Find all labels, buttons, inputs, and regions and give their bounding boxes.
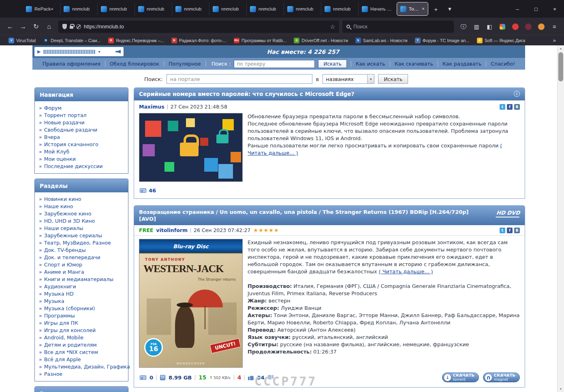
sidebar-link[interactable]: »Наше кино <box>39 203 124 210</box>
url-text[interactable]: https://nnmclub.to <box>84 24 327 30</box>
browser-tab[interactable]: nnmclub <box>321 2 358 15</box>
browser-tab[interactable]: Начать н... <box>358 2 395 15</box>
sidebar-link-label[interactable]: Док. TV-бренды <box>44 247 86 254</box>
sidebar-link-label[interactable]: Вчера <box>44 134 60 141</box>
sidebar-link[interactable]: »Последние дискуссии <box>39 163 124 170</box>
volume-icon[interactable] <box>115 50 121 53</box>
scrollbar-thumb[interactable] <box>558 52 563 81</box>
sidebar-link-label[interactable]: Музыка <box>44 298 64 305</box>
permissions-icon[interactable] <box>76 24 81 29</box>
sidebar-link-label[interactable]: Игры для консолей <box>44 327 96 334</box>
sidebar-link[interactable]: »Программы <box>39 312 124 320</box>
tab-list-icon[interactable]: ▾ <box>444 3 455 15</box>
share-icon[interactable]: t <box>500 104 505 110</box>
browser-tab[interactable]: nnmclub <box>284 2 321 15</box>
info-icon[interactable]: i <box>514 91 520 97</box>
sidebar-link-label[interactable]: Всё для Apple <box>44 356 81 363</box>
share-icon[interactable]: B <box>514 104 520 110</box>
play-icon[interactable]: ▶ <box>37 49 41 54</box>
sidebar-link-label[interactable]: Аудиокниги <box>44 283 76 290</box>
menu-link[interactable]: Как скачивать <box>390 61 438 67</box>
sidebar-link[interactable]: »Мой Клуб <box>39 148 124 156</box>
sidebar-link[interactable]: »Торрент портал <box>39 112 124 119</box>
menu-link[interactable]: Популярное <box>164 61 205 67</box>
sidebar-link[interactable]: »Разное <box>39 371 124 378</box>
sidebar-link[interactable]: »Мои оценки <box>39 156 124 163</box>
sidebar-link-label[interactable]: Все для *NIX систем <box>44 349 98 356</box>
sidebar-link[interactable]: »Новые раздачи <box>39 119 124 126</box>
sidebar-link[interactable]: »Детям и родителям <box>39 341 124 349</box>
sidebar-link-label[interactable]: Форум <box>44 104 62 112</box>
scroll-down-icon[interactable]: ▼ <box>558 386 564 392</box>
sidebar-link[interactable]: »Новинки кино <box>39 196 124 203</box>
sidebar-link-label[interactable]: Новинки кино <box>44 196 81 203</box>
browser-tab[interactable]: nnmclub <box>172 2 209 15</box>
sidebar-link-label[interactable]: Торрент портал <box>44 112 87 119</box>
sidebar-link-label[interactable]: История скачанного <box>44 141 98 148</box>
maximize-icon[interactable]: □ <box>527 0 545 18</box>
reload-icon[interactable]: ↻ <box>30 21 42 33</box>
menu-link[interactable]: Обход блокировок <box>105 61 164 67</box>
chevron-down-icon[interactable]: ▾ <box>98 49 100 54</box>
profile-icon[interactable] <box>523 21 534 32</box>
portal-search-input[interactable] <box>167 74 312 84</box>
browser-tab[interactable]: nnmclub <box>209 2 246 15</box>
sidebar-link-label[interactable]: Музыка (сборники) <box>44 305 95 312</box>
comments-count[interactable]: 46 <box>149 187 156 194</box>
news-title[interactable]: Серийные номера вместо паролей: что случ… <box>134 88 525 100</box>
sidebar-link-label[interactable]: Разное <box>44 371 62 378</box>
menu-link[interactable]: Правила оформления <box>38 61 105 67</box>
release-title[interactable]: Возвращение странника / Un uomo, un cava… <box>134 206 525 225</box>
sidebar-link-label[interactable]: Мои оценки <box>44 156 76 163</box>
close-icon[interactable]: × <box>545 0 564 18</box>
sidebar-icon[interactable]: ◧ <box>484 21 495 32</box>
bookmark-item[interactable]: RU Программы от Ratib... <box>231 36 289 45</box>
menu-link[interactable]: Спасибо! <box>486 61 519 67</box>
bookmark-item[interactable]: V VirusTotal <box>6 36 38 45</box>
new-tab-button[interactable]: + <box>430 3 442 15</box>
sidebar-link-label[interactable]: Наши сериалы <box>44 225 83 232</box>
sidebar-link-label[interactable]: Аниме и Манга <box>44 268 84 276</box>
sidebar-link[interactable]: »Android, Mobile <box>39 334 124 341</box>
sidebar-link[interactable]: »Мультимедиа, Дизайн, Графика <box>39 363 124 371</box>
sidebar-link-label[interactable]: Android, Mobile <box>44 334 83 341</box>
thumbs-up-icon[interactable] <box>248 375 254 380</box>
sidebar-link-label[interactable]: Книги и медиаматериалы <box>44 276 113 283</box>
sidebar-link[interactable]: »Всё для Apple <box>39 356 124 363</box>
tab-close-icon[interactable]: × <box>422 6 425 12</box>
sidebar-link-label[interactable]: Театр, МузВидео, Разное <box>44 239 111 247</box>
chevron-down-icon[interactable]: ▾ <box>367 75 374 83</box>
browser-tab[interactable]: nnmclub <box>135 2 172 15</box>
sidebar-link-label[interactable]: Зарубежное кино <box>44 210 92 217</box>
author-link[interactable]: Maximus <box>139 104 164 110</box>
search-scope-select[interactable]: названиях ▾ <box>323 74 374 84</box>
sidebar-link[interactable]: »Форум <box>39 104 124 112</box>
url-bar[interactable]: https://nnmclub.to ☆ <box>58 21 339 33</box>
sidebar-link[interactable]: »Все для *NIX систем <box>39 349 124 356</box>
audio-player[interactable]: ▶ ▾ <box>34 47 124 57</box>
share-icon[interactable]: f <box>507 228 513 233</box>
bookmark-item[interactable]: Я Soft — Яндекс.Диск <box>474 36 528 45</box>
sidebar-link[interactable]: »Аудиокниги <box>39 283 124 290</box>
sidebar-link[interactable]: »Игры для ПК <box>39 320 124 327</box>
portal-search-button[interactable]: Искать <box>378 74 408 84</box>
bookmark-item[interactable]: D DriverOff.net - Новости <box>291 36 351 45</box>
menu-icon[interactable]: ≡ <box>549 21 560 32</box>
browser-search-field[interactable]: Поиск <box>342 21 454 33</box>
forward-icon[interactable]: → <box>17 21 29 33</box>
tracker-search-input[interactable] <box>234 60 315 68</box>
sidebar-link-label[interactable]: Док. и телепередачи <box>44 254 100 261</box>
library-icon[interactable]: ▥ <box>471 21 482 32</box>
lock-icon[interactable] <box>70 26 73 29</box>
sidebar-link-label[interactable]: Зарубежные сериалы <box>44 232 103 239</box>
sidebar-link[interactable]: »История скачанного <box>39 141 124 148</box>
sidebar-link-label[interactable]: Последние дискуссии <box>44 163 103 170</box>
sidebar-link-label[interactable]: Игры для ПК <box>44 320 78 327</box>
menu-link[interactable]: Как раздавать <box>438 61 486 67</box>
sidebar-link-label[interactable]: Свободные раздачи <box>44 126 98 134</box>
scroll-up-icon[interactable]: ▲ <box>558 45 564 51</box>
release-poster[interactable]: Blu-ray Disc TONY ANTHONY WESTERN-JACK T… <box>139 239 243 368</box>
sidebar-link[interactable]: »HD, UHD и 3D Кино <box>39 217 124 225</box>
sidebar-link[interactable]: »Спорт и Юмор <box>39 261 124 268</box>
browser-tab[interactable]: nnmclub <box>60 2 97 15</box>
